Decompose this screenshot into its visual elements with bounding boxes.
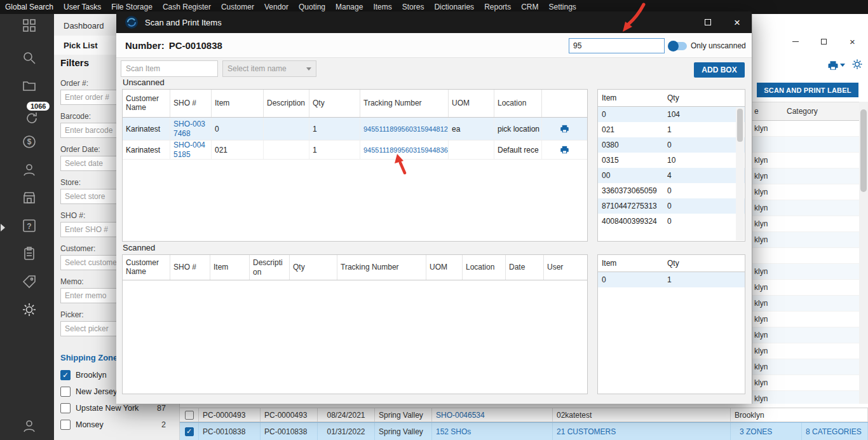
table-row[interactable]: klyn bbox=[752, 327, 859, 343]
menu-item[interactable]: Stores bbox=[397, 3, 430, 11]
table-row[interactable]: klyn bbox=[752, 296, 859, 312]
col-uom[interactable]: UOM bbox=[449, 90, 494, 117]
table-settings-gear-icon[interactable] bbox=[851, 58, 863, 72]
dialog-close-button[interactable]: × bbox=[722, 11, 752, 33]
summary-row[interactable]: 00 4 bbox=[598, 168, 745, 183]
menu-item[interactable]: Settings bbox=[543, 3, 581, 11]
col-sho[interactable]: SHO # bbox=[170, 255, 210, 280]
col-customer-name[interactable]: Customer Name bbox=[123, 90, 170, 117]
summary-row[interactable]: 8710447275313 0 bbox=[598, 198, 745, 214]
table-row[interactable]: klyn bbox=[752, 184, 859, 200]
menu-item[interactable]: Quoting bbox=[294, 3, 330, 11]
cell-tracking-link[interactable]: 9455111899560315944836 bbox=[363, 146, 448, 154]
print-row-button[interactable] bbox=[542, 118, 587, 140]
menu-item[interactable]: Customer bbox=[216, 3, 259, 11]
menu-item[interactable]: File Storage bbox=[106, 3, 158, 11]
col-customer-name[interactable]: Customer Name bbox=[123, 255, 170, 280]
table-row[interactable]: klyn bbox=[752, 232, 859, 248]
unscanned-row[interactable]: Karinatest SHO-0045185 021 1 94551118995… bbox=[123, 141, 587, 160]
dashboard-icon[interactable] bbox=[22, 18, 37, 33]
col-item[interactable]: Item bbox=[210, 255, 250, 280]
scrollbar-thumb[interactable] bbox=[860, 109, 867, 192]
tag-icon[interactable] bbox=[22, 274, 37, 289]
cell-sho-link[interactable]: SHO-0037468 bbox=[173, 120, 208, 138]
col-qty[interactable]: Qty bbox=[663, 255, 745, 272]
table-row[interactable]: klyn bbox=[752, 375, 859, 391]
table-row[interactable]: klyn bbox=[752, 200, 859, 216]
vertical-scrollbar[interactable] bbox=[859, 102, 868, 404]
menu-item[interactable]: Vendor bbox=[259, 3, 294, 11]
col-user[interactable]: User bbox=[544, 255, 587, 280]
zone-checkbox[interactable]: ✓ bbox=[60, 420, 71, 430]
menu-item[interactable]: User Tasks bbox=[58, 3, 106, 11]
user-profile-icon[interactable] bbox=[22, 418, 37, 434]
row-checkbox[interactable]: ✓ bbox=[185, 411, 194, 420]
cell-customers-link[interactable]: 21 CUSTOMERS bbox=[553, 423, 731, 440]
col-description[interactable]: Description bbox=[250, 255, 290, 280]
clipboard-icon[interactable] bbox=[22, 246, 37, 261]
unscanned-row[interactable]: Karinatest SHO-0037468 0 1 9455111899560… bbox=[123, 118, 587, 141]
column-header-partial[interactable]: e bbox=[752, 107, 787, 116]
col-tracking-number[interactable]: Tracking Number bbox=[360, 90, 449, 117]
column-header-category[interactable]: Category bbox=[787, 107, 818, 116]
box-number-input[interactable] bbox=[569, 38, 665, 53]
summary-row[interactable]: 0 104 bbox=[598, 107, 745, 122]
table-row[interactable]: klyn bbox=[752, 280, 859, 296]
table-row[interactable]: klyn bbox=[752, 153, 859, 168]
close-button[interactable]: × bbox=[838, 33, 867, 50]
cell-zones-link[interactable]: 3 ZONES bbox=[731, 423, 802, 440]
row-checkbox[interactable]: ✓ bbox=[185, 427, 194, 436]
summary-row[interactable]: 3360373065059 0 bbox=[598, 183, 745, 198]
settings-gear-icon[interactable] bbox=[22, 302, 37, 317]
menu-item[interactable]: Dictionaries bbox=[429, 3, 479, 11]
cell-sho-link[interactable]: SHO-0046534 bbox=[432, 408, 553, 422]
table-row[interactable]: klyn bbox=[752, 168, 859, 184]
dialog-maximize-button[interactable] bbox=[693, 11, 722, 33]
menu-item[interactable]: Cash Register bbox=[158, 3, 216, 11]
cell-sho-link[interactable]: SHO-0045185 bbox=[173, 141, 208, 159]
summary-row[interactable]: 4008400399324 0 bbox=[598, 214, 745, 229]
summary-row[interactable]: 0 1 bbox=[598, 272, 745, 287]
summary-row[interactable]: 0315 10 bbox=[598, 153, 745, 168]
expand-panel-arrow-icon[interactable] bbox=[1, 224, 5, 231]
folder-icon[interactable] bbox=[22, 78, 37, 93]
cell-tracking-link[interactable]: 9455111899560315944812 bbox=[363, 125, 448, 133]
table-row[interactable]: klyn bbox=[752, 264, 859, 280]
dialog-titlebar[interactable]: Scan and Print Items × bbox=[116, 11, 752, 33]
sync-icon[interactable] bbox=[24, 111, 39, 126]
summary-row[interactable]: 021 1 bbox=[598, 122, 745, 137]
table-row[interactable] bbox=[752, 248, 859, 264]
cell-shos-link[interactable]: 152 SHOs bbox=[432, 423, 553, 440]
col-item[interactable]: Item bbox=[212, 90, 264, 117]
zone-row-monsey[interactable]: ✓ Monsey 2 bbox=[60, 416, 175, 433]
minimize-button[interactable] bbox=[781, 33, 810, 50]
table-row[interactable]: klyn bbox=[752, 216, 859, 232]
menu-item[interactable]: Global Search bbox=[0, 3, 58, 11]
scan-and-print-label-button[interactable]: SCAN AND PRINT LABEL bbox=[757, 83, 858, 97]
table-row-selected[interactable]: ✓ PC-0010838 PC-0010838 01/31/2022 Sprin… bbox=[180, 422, 868, 440]
col-sho[interactable]: SHO # bbox=[170, 90, 212, 117]
col-item[interactable]: Item bbox=[598, 255, 663, 272]
menu-item[interactable]: Items bbox=[368, 3, 397, 11]
cash-icon[interactable]: $ bbox=[22, 134, 37, 149]
add-box-button[interactable]: ADD BOX bbox=[694, 62, 745, 78]
col-location[interactable]: Location bbox=[494, 90, 542, 117]
table-row[interactable]: klyn bbox=[752, 359, 859, 375]
scan-item-input[interactable] bbox=[121, 60, 218, 77]
col-qty[interactable]: Qty bbox=[290, 255, 337, 280]
zone-checkbox[interactable]: ✓ bbox=[60, 403, 71, 413]
zone-checkbox[interactable]: ✓ bbox=[60, 370, 71, 380]
col-uom[interactable]: UOM bbox=[426, 255, 463, 280]
table-row[interactable]: klyn bbox=[752, 121, 859, 137]
col-qty[interactable]: Qty bbox=[663, 90, 745, 106]
table-row[interactable]: klyn bbox=[752, 312, 859, 327]
col-date[interactable]: Date bbox=[506, 255, 544, 280]
menu-item[interactable]: CRM bbox=[516, 3, 543, 11]
item-name-select[interactable]: Select item name bbox=[222, 60, 316, 77]
print-menu-icon[interactable] bbox=[827, 60, 845, 71]
col-description[interactable]: Description bbox=[264, 90, 309, 117]
maximize-button[interactable] bbox=[810, 33, 838, 50]
store-icon[interactable] bbox=[22, 190, 37, 205]
help-icon[interactable]: ? bbox=[22, 218, 37, 233]
col-qty[interactable]: Qty bbox=[309, 90, 360, 117]
